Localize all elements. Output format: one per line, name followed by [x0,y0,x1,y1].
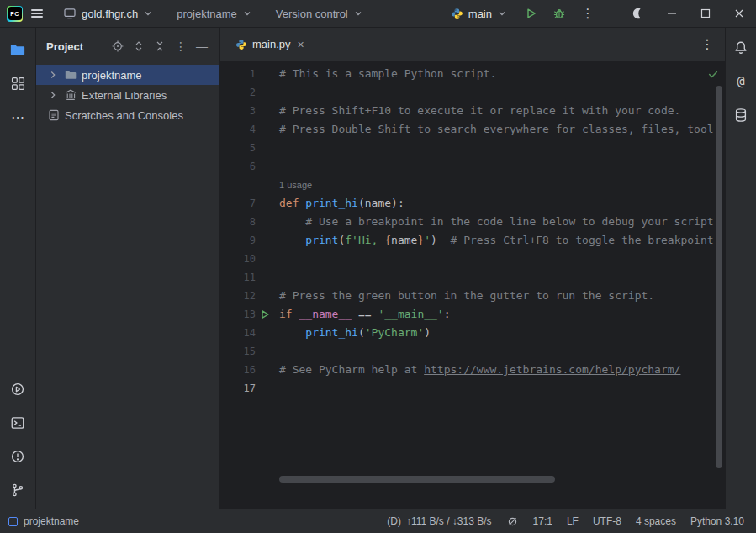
line-number[interactable]: 4 [227,120,256,139]
code-token: if [279,308,299,320]
git-tool-window-button[interactable] [3,473,33,507]
line-content: if __name__ == '__main__': [279,305,451,324]
maximize-button[interactable] [689,0,722,28]
indent-widget[interactable]: 4 spaces [636,515,676,527]
code-line[interactable]: 12# Press the green button in the gutter… [220,287,713,305]
line-number[interactable]: 5 [227,139,256,157]
tab-main-py[interactable]: main.py × [227,28,315,61]
line-number[interactable]: 10 [227,250,256,268]
horizontal-scrollbar[interactable] [279,476,555,483]
line-number[interactable]: 7 [227,194,256,213]
code-line[interactable]: 4# Press Double Shift to search everywhe… [220,120,713,139]
more-actions-button[interactable]: ⋮ [576,0,600,28]
code-line[interactable]: 8 # Use a breakpoint in the code line be… [220,213,713,231]
tree-item-external-libraries[interactable]: External Libraries [36,85,219,105]
crescent-button[interactable] [621,0,655,28]
line-number[interactable]: 2 [227,83,256,102]
inlay-hint-row[interactable]: 1 usage [220,176,713,194]
status-bar: projektname (D) ↑111 B/s / ↓313 B/s 17:1… [0,509,756,533]
line-content: print(f'Hi, {name}') # Press Ctrl+F8 to … [279,231,713,250]
code-line[interactable]: 15 [220,342,713,361]
line-number[interactable]: 15 [227,342,256,361]
hide-panel-button[interactable]: — [193,37,211,55]
line-number[interactable]: 14 [227,324,256,342]
more-tool-windows-button[interactable]: ⋯ [3,100,33,134]
code-line[interactable]: 2 [220,83,713,102]
pycharm-logo-text: PC [8,7,22,20]
code-line[interactable]: 5 [220,139,713,157]
run-config-selector[interactable]: main [444,0,514,28]
code-line[interactable]: 7def print_hi(name): [220,194,713,213]
line-number[interactable]: 8 [227,213,256,231]
terminal-tool-window-button[interactable] [3,406,33,440]
tree-item-scratches[interactable]: Scratches and Consoles [36,105,219,125]
close-button[interactable] [722,0,756,28]
code-token: 'PyCharm' [365,326,424,339]
ai-assistant-button[interactable]: @ [726,65,756,98]
chevron-right-icon[interactable] [46,68,60,82]
interpreter-widget[interactable]: Python 3.10 [690,515,744,527]
code-token: '__main__' [378,308,443,320]
code-line[interactable]: 1# This is a sample Python script. [220,65,713,83]
code-editor[interactable]: 1# This is a sample Python script.23# Pr… [220,61,725,509]
vertical-scrollbar[interactable] [716,86,722,468]
code-line[interactable]: 6 [220,157,713,176]
tree-item-projektname[interactable]: projektname [36,65,219,85]
line-number[interactable]: 3 [227,102,256,120]
line-separator-widget[interactable]: LF [567,515,579,527]
line-number[interactable]: 6 [227,157,256,176]
run-tool-window-button[interactable] [3,372,33,406]
code-line[interactable]: 13if __name__ == '__main__': [220,305,713,324]
line-number[interactable]: 16 [227,361,256,379]
encoding-widget[interactable]: UTF-8 [593,515,621,527]
run-gutter-icon[interactable] [256,305,274,324]
tab-close-button[interactable]: × [296,37,306,52]
line-number[interactable]: 9 [227,231,256,250]
problems-tool-window-button[interactable] [3,440,33,473]
code-token: ) [424,326,431,339]
project-selector[interactable]: projektname [170,0,259,28]
collapse-icon [153,40,167,53]
project-tool-button[interactable] [3,33,33,66]
main-menu-button[interactable] [23,0,51,28]
locate-file-button[interactable] [108,37,127,55]
notifications-button[interactable] [726,31,756,65]
line-number[interactable]: 13 [227,305,256,324]
line-number[interactable]: 1 [227,65,256,83]
expand-all-button[interactable] [130,37,148,55]
collapse-all-button[interactable] [151,37,169,55]
line-number[interactable]: 12 [227,287,256,305]
gutter-slot [256,361,274,379]
code-line[interactable]: 10 [220,250,713,268]
line-number[interactable]: 17 [227,379,256,398]
chevron-down-icon [143,8,153,18]
run-button[interactable] [519,0,542,28]
structure-tool-button[interactable] [3,66,33,100]
caret-position-widget[interactable]: 17:1 [533,515,552,527]
code-line[interactable]: 9 print(f'Hi, {name}') # Press Ctrl+F8 t… [220,231,713,250]
code-line[interactable]: 14 print_hi('PyCharm') [220,324,713,342]
debug-button[interactable] [547,0,571,28]
left-tool-strip: ⋯ [0,28,36,509]
code-line[interactable]: 11 [220,268,713,287]
remote-host-selector[interactable]: gold.fhgr.ch [56,0,160,28]
crescent-icon [632,7,645,20]
code-line[interactable]: 16# See PyCharm help at https://www.jetb… [220,361,713,379]
gutter-slot [256,268,274,287]
panel-options-button[interactable]: ⋮ [172,37,190,55]
database-button[interactable] [726,98,756,132]
chevron-right-icon[interactable] [46,88,60,102]
usages-inlay-hint[interactable]: 1 usage [279,180,312,190]
gutter-slot [256,120,274,139]
tab-options-button[interactable]: ⋮ [696,34,718,55]
vcs-widget[interactable]: Version control [269,0,370,28]
network-label: (D) [387,515,401,527]
code-line[interactable]: 3# Press Shift+F10 to execute it or repl… [220,102,713,120]
project-icon [8,517,18,526]
inspections-widget[interactable] [705,66,722,82]
code-line[interactable]: 17 [220,379,713,398]
network-speed-widget[interactable]: (D) ↑111 B/s / ↓313 B/s [387,515,491,527]
highlighting-level-button[interactable] [506,515,519,528]
minimize-button[interactable] [655,0,689,28]
line-number[interactable]: 11 [227,268,256,287]
